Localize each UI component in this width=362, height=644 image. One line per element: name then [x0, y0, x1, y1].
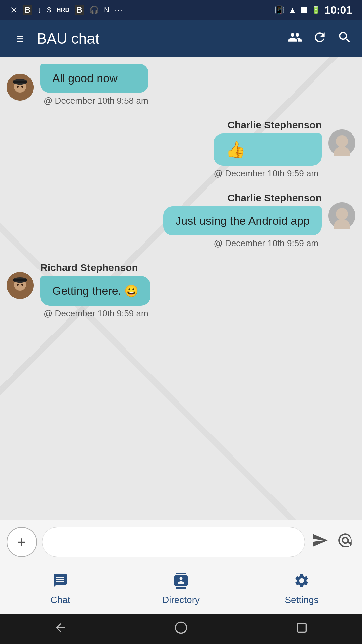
b2-icon: B	[75, 5, 84, 15]
svg-point-18	[175, 622, 186, 633]
menu-button[interactable]: ≡	[10, 31, 30, 46]
message-bubble: Getting there. 😀	[40, 276, 150, 306]
message-text: All good now	[52, 72, 118, 85]
svg-rect-3	[13, 81, 27, 83]
status-bar-right: 📳 ▲ ▦ 🔋 10:01	[274, 4, 352, 16]
message-content: Getting there. 😀 @ December 10th 9:59 am	[40, 276, 150, 319]
wifi-icon: ▲	[288, 5, 296, 15]
chat-nav-label: Chat	[50, 595, 70, 605]
message-bubble: All good now	[40, 64, 148, 93]
battery-icon: 🔋	[311, 6, 320, 14]
message-text: Getting there. 😀	[52, 284, 138, 297]
svg-rect-15	[13, 279, 27, 281]
message-content: Just using the Android app @ December 10…	[163, 206, 322, 249]
hrd-icon: HRD	[57, 7, 70, 14]
app-icon: N	[104, 6, 109, 14]
message-block: Charlie Stephenson Just using the Androi…	[7, 192, 355, 249]
message-text: 👍	[226, 141, 246, 158]
avatar	[7, 74, 34, 101]
header: ≡ BAU chat	[0, 20, 362, 57]
download-icon: ↓	[38, 5, 42, 15]
chat-area: All good now @ December 10th 9:58 am Cha…	[0, 57, 362, 520]
avatar	[328, 129, 355, 156]
input-bar: +	[0, 520, 362, 564]
status-bar-icons: ✳ B ↓ $ HRD B 🎧 N ···	[10, 5, 122, 16]
message-input[interactable]	[42, 527, 305, 557]
message-bubble: 👍	[214, 133, 322, 166]
chat-title: BAU chat	[37, 30, 281, 47]
avatar	[7, 272, 34, 299]
message-timestamp: @ December 10th 9:58 am	[40, 96, 148, 106]
svg-rect-19	[297, 623, 306, 632]
svg-point-5	[21, 86, 23, 88]
message-text: Just using the Android app	[175, 214, 310, 227]
header-actions	[288, 30, 352, 48]
nav-directory[interactable]: Directory	[121, 569, 241, 609]
nav-chat[interactable]: Chat	[0, 569, 121, 609]
message-block: Charlie Stephenson 👍 @ December 10th 9:5…	[7, 119, 355, 179]
settings-nav-icon	[294, 573, 310, 592]
message-timestamp: @ December 10th 9:59 am	[214, 168, 322, 179]
back-button[interactable]	[47, 621, 74, 637]
message-bubble: Just using the Android app	[163, 206, 322, 235]
avatar	[328, 202, 355, 229]
svg-point-4	[17, 86, 19, 88]
search-button[interactable]	[337, 30, 352, 48]
svg-point-10	[336, 208, 348, 220]
b-icon: B	[23, 5, 32, 15]
add-attachment-button[interactable]: +	[7, 527, 37, 557]
message-timestamp: @ December 10th 9:59 am	[163, 238, 322, 249]
directory-nav-icon	[173, 573, 189, 592]
bottom-nav: Chat Directory Settings	[0, 564, 362, 614]
message-content: All good now @ December 10th 9:58 am	[40, 64, 148, 106]
recent-apps-button[interactable]	[288, 621, 315, 637]
slack-icon: ✳	[10, 5, 18, 16]
svg-point-17	[21, 284, 23, 286]
time-display: 10:01	[324, 4, 352, 16]
message-content: 👍 @ December 10th 9:59 am	[214, 133, 322, 179]
people-button[interactable]	[288, 30, 302, 48]
svg-point-16	[17, 284, 19, 286]
message-sender: Charlie Stephenson	[227, 192, 322, 204]
directory-nav-label: Directory	[162, 595, 200, 605]
mention-button[interactable]	[335, 532, 355, 552]
send-button[interactable]	[310, 532, 330, 552]
dollar-icon: $	[47, 6, 51, 14]
status-bar: ✳ B ↓ $ HRD B 🎧 N ··· 📳 ▲ ▦ 🔋 10:01	[0, 0, 362, 20]
svg-point-7	[336, 135, 348, 147]
hamburger-icon: ≡	[16, 31, 24, 46]
message-timestamp: @ December 10th 9:59 am	[40, 308, 150, 319]
refresh-button[interactable]	[312, 30, 327, 48]
more-icon: ···	[115, 5, 122, 15]
message-sender: Charlie Stephenson	[227, 119, 322, 131]
plus-icon: +	[17, 534, 26, 550]
home-button[interactable]	[168, 621, 194, 637]
signal-icon: ▦	[300, 6, 307, 14]
message-block: Richard Stephenson Getting there. 😀 @ De…	[7, 262, 355, 319]
headphone-icon: 🎧	[89, 6, 99, 14]
nav-settings[interactable]: Settings	[241, 569, 362, 609]
vibrate-icon: 📳	[274, 5, 284, 15]
message-block: All good now @ December 10th 9:58 am	[7, 64, 355, 106]
chat-nav-icon	[52, 573, 68, 592]
settings-nav-label: Settings	[285, 595, 318, 605]
message-sender: Richard Stephenson	[40, 262, 138, 273]
android-nav-bar	[0, 614, 362, 644]
